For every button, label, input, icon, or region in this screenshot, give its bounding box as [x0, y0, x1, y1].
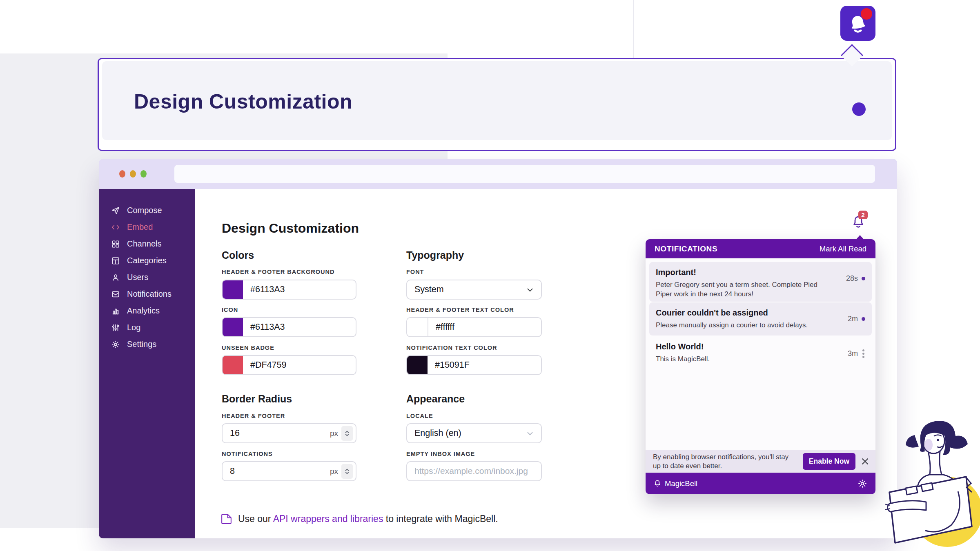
panel-settings-button[interactable]: [858, 479, 867, 489]
bar-chart-icon: [111, 307, 120, 315]
address-bar[interactable]: [174, 165, 875, 183]
locale-label: LOCALE: [406, 413, 433, 419]
unread-count-badge: 2: [858, 211, 868, 219]
header-footer-bg-label: HEADER & FOOTER BACKGROUND: [222, 269, 335, 275]
header-footer-radius-field[interactable]: px: [222, 423, 356, 443]
header-footer-text-color-field[interactable]: [406, 317, 542, 337]
color-swatch[interactable]: [407, 356, 428, 374]
sidebar-item-log[interactable]: Log: [99, 319, 195, 336]
header-footer-bg-field[interactable]: [222, 280, 356, 300]
grid-icon: [111, 240, 120, 249]
unit-label: px: [330, 467, 338, 476]
chevron-down-icon: [526, 285, 535, 294]
notification-text-color-field[interactable]: [406, 355, 542, 375]
layout-icon: [111, 256, 120, 265]
header-footer-radius-input[interactable]: [223, 428, 330, 438]
color-swatch[interactable]: [223, 356, 243, 374]
notification-meta: 2m: [848, 315, 865, 323]
icon-color-field[interactable]: [222, 317, 356, 337]
color-swatch[interactable]: [223, 318, 243, 336]
api-wrappers-link[interactable]: API wrappers and libraries: [273, 513, 383, 524]
number-stepper[interactable]: [341, 464, 353, 479]
maximize-window-dot[interactable]: [140, 170, 147, 178]
header-footer-text-color-label: HEADER & FOOTER TEXT COLOR: [406, 307, 514, 313]
hero-accent-dot: [852, 102, 866, 116]
font-label: FONT: [406, 269, 424, 275]
empty-inbox-image-input[interactable]: [407, 466, 541, 476]
notification-item[interactable]: Courier couldn't be assigned Please manu…: [649, 302, 872, 335]
font-select[interactable]: System: [406, 280, 542, 300]
notification-menu-button[interactable]: [862, 349, 865, 359]
empty-inbox-image-field[interactable]: [406, 461, 542, 481]
sidebar-item-embed[interactable]: Embed: [99, 219, 195, 236]
hero-title: Design Customization: [134, 61, 352, 142]
sidebar-item-notifications[interactable]: Notifications: [99, 286, 195, 302]
sidebar: Compose Embed Channels Categories Users …: [99, 189, 195, 538]
notification-time: 3m: [848, 349, 858, 358]
api-note-text: Use our API wrappers and libraries to in…: [238, 513, 498, 524]
locale-select[interactable]: English (en): [406, 423, 542, 443]
magicbell-logo-icon: [654, 480, 661, 488]
sidebar-item-label: Compose: [127, 206, 162, 215]
notification-text-color-input[interactable]: [428, 360, 541, 370]
color-swatch[interactable]: [407, 318, 428, 336]
border-radius-section-title: Border Radius: [222, 393, 292, 405]
unseen-badge-field[interactable]: [222, 355, 356, 375]
illustration-person-with-box: [885, 407, 980, 550]
sliders-icon: [111, 323, 120, 332]
notifications-radius-input[interactable]: [223, 466, 330, 476]
enable-now-button[interactable]: Enable Now: [803, 453, 855, 470]
unread-dot: [862, 277, 865, 280]
browser-chrome: [99, 159, 897, 189]
sidebar-item-users[interactable]: Users: [99, 269, 195, 286]
sidebar-item-label: Users: [127, 273, 148, 282]
banner-text: By enabling browser notifications, you'l…: [653, 453, 797, 471]
notification-title: Important!: [656, 268, 865, 277]
color-swatch[interactable]: [223, 280, 243, 299]
notifications-radius-label: NOTIFICATIONS: [222, 451, 273, 457]
code-icon: [111, 223, 120, 232]
notification-body: Please manually assign a courier to avoi…: [656, 321, 831, 330]
notification-bell-launcher[interactable]: [840, 6, 875, 41]
header-footer-radius-label: HEADER & FOOTER: [222, 413, 285, 419]
notification-text-color-label: NOTIFICATION TEXT COLOR: [406, 344, 497, 351]
notification-item[interactable]: Hello World! This is MagicBell. 3m: [649, 336, 872, 366]
window-controls: [119, 170, 147, 178]
notifications-radius-field[interactable]: px: [222, 461, 356, 481]
number-stepper[interactable]: [341, 426, 353, 441]
chevron-down-icon: [526, 429, 535, 438]
notifications-panel: NOTIFICATIONS Mark All Read Important! P…: [646, 239, 875, 494]
sidebar-item-analytics[interactable]: Analytics: [99, 302, 195, 319]
background-divider: [633, 0, 634, 58]
gear-icon: [111, 340, 120, 349]
sidebar-item-categories[interactable]: Categories: [99, 252, 195, 269]
notification-body: This is MagicBell.: [656, 355, 831, 364]
mark-all-read-button[interactable]: Mark All Read: [820, 244, 866, 253]
header-footer-bg-input[interactable]: [243, 284, 356, 295]
close-window-dot[interactable]: [119, 170, 125, 178]
panel-footer: MagicBell: [646, 473, 875, 494]
sidebar-item-settings[interactable]: Settings: [99, 336, 195, 353]
appearance-section-title: Appearance: [406, 393, 465, 405]
locale-select-value: English (en): [414, 428, 461, 438]
stepper-chevrons-icon: [345, 467, 350, 475]
icon-color-input[interactable]: [243, 322, 356, 332]
header-footer-text-color-input[interactable]: [428, 322, 541, 332]
magicbell-brand-label: MagicBell: [665, 479, 697, 488]
sidebar-item-label: Embed: [127, 222, 153, 232]
sidebar-item-channels[interactable]: Channels: [99, 236, 195, 252]
user-icon: [111, 273, 120, 282]
sidebar-item-compose[interactable]: Compose: [99, 202, 195, 219]
notification-time: 28s: [846, 274, 858, 283]
unseen-badge-input[interactable]: [243, 360, 356, 370]
minimize-window-dot[interactable]: [130, 170, 136, 178]
notification-item[interactable]: Important! Peter Gregory sent you a term…: [649, 262, 872, 302]
sidebar-item-label: Settings: [127, 340, 156, 349]
close-banner-button[interactable]: [861, 458, 869, 465]
sidebar-item-label: Analytics: [127, 306, 160, 315]
colors-section-title: Colors: [222, 249, 254, 261]
unread-indicator-dot: [861, 8, 872, 20]
sidebar-item-label: Notifications: [127, 289, 172, 299]
typography-section-title: Typography: [406, 249, 464, 261]
notification-meta: 28s: [846, 274, 865, 283]
